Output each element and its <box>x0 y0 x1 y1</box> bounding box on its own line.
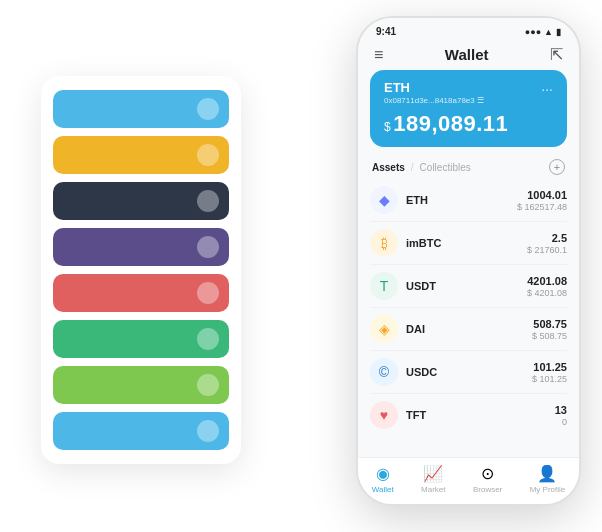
asset-row[interactable]: ♥ TFT 13 0 <box>370 394 567 436</box>
asset-icon-tft: ♥ <box>370 401 398 429</box>
browser-label: Browser <box>473 485 502 494</box>
asset-name: TFT <box>406 409 555 421</box>
asset-amount: 1004.01 <box>517 189 567 201</box>
asset-row[interactable]: ◆ ETH 1004.01 $ 162517.48 <box>370 179 567 222</box>
stack-card-1[interactable] <box>53 90 229 128</box>
asset-values: 508.75 $ 508.75 <box>532 318 567 341</box>
asset-usd: 0 <box>555 417 567 427</box>
asset-usd: $ 162517.48 <box>517 202 567 212</box>
hero-coin-name: ETH <box>384 80 484 95</box>
asset-usd: $ 508.75 <box>532 331 567 341</box>
asset-usd: $ 21760.1 <box>527 245 567 255</box>
wallet-label: Wallet <box>372 485 394 494</box>
status-time: 9:41 <box>376 26 396 37</box>
stack-card-4[interactable] <box>53 228 229 266</box>
asset-amount: 508.75 <box>532 318 567 330</box>
signal-icon: ●●● <box>525 27 541 37</box>
tab-collectibles[interactable]: Collectibles <box>420 162 471 173</box>
market-label: Market <box>421 485 445 494</box>
asset-name: imBTC <box>406 237 527 249</box>
assets-tabs: Assets / Collectibles <box>372 162 471 173</box>
my_profile-icon: 👤 <box>537 464 557 483</box>
asset-icon-imbtc: ₿ <box>370 229 398 257</box>
hero-address: 0x08711d3e...8418a78e3 ☰ <box>384 96 484 105</box>
tab-bar: ◉ Wallet 📈 Market ⊙ Browser 👤 My Profile <box>358 457 579 504</box>
asset-name: USDC <box>406 366 532 378</box>
wallet-icon: ◉ <box>376 464 390 483</box>
asset-icon-usdc: © <box>370 358 398 386</box>
battery-icon: ▮ <box>556 27 561 37</box>
card-stack <box>41 76 241 464</box>
asset-name: ETH <box>406 194 517 206</box>
asset-values: 13 0 <box>555 404 567 427</box>
asset-name: DAI <box>406 323 532 335</box>
tab-wallet[interactable]: ◉ Wallet <box>372 464 394 494</box>
add-asset-button[interactable]: + <box>549 159 565 175</box>
stack-card-3[interactable] <box>53 182 229 220</box>
status-icons: ●●● ▲ ▮ <box>525 27 561 37</box>
expand-icon[interactable]: ⇱ <box>550 45 563 64</box>
asset-icon-usdt: T <box>370 272 398 300</box>
tab-my_profile[interactable]: 👤 My Profile <box>530 464 566 494</box>
stack-card-5[interactable] <box>53 274 229 312</box>
wifi-icon: ▲ <box>544 27 553 37</box>
asset-values: 101.25 $ 101.25 <box>532 361 567 384</box>
asset-values: 4201.08 $ 4201.08 <box>527 275 567 298</box>
asset-amount: 13 <box>555 404 567 416</box>
asset-row[interactable]: ₿ imBTC 2.5 $ 21760.1 <box>370 222 567 265</box>
tab-market[interactable]: 📈 Market <box>421 464 445 494</box>
stack-card-7[interactable] <box>53 366 229 404</box>
nav-bar: ≡ Wallet ⇱ <box>358 41 579 70</box>
hero-dots[interactable]: ... <box>541 78 553 94</box>
asset-row[interactable]: © USDC 101.25 $ 101.25 <box>370 351 567 394</box>
asset-row[interactable]: T USDT 4201.08 $ 4201.08 <box>370 265 567 308</box>
hero-balance: $189,089.11 <box>384 111 553 137</box>
stack-card-6[interactable] <box>53 320 229 358</box>
tab-separator: / <box>411 162 414 173</box>
hero-card[interactable]: ETH 0x08711d3e...8418a78e3 ☰ ... $189,08… <box>370 70 567 147</box>
phone-shell: 9:41 ●●● ▲ ▮ ≡ Wallet ⇱ ETH 0x08711d3e..… <box>356 16 581 506</box>
asset-values: 2.5 $ 21760.1 <box>527 232 567 255</box>
asset-icon-dai: ◈ <box>370 315 398 343</box>
market-icon: 📈 <box>423 464 443 483</box>
asset-amount: 2.5 <box>527 232 567 244</box>
tab-assets[interactable]: Assets <box>372 162 405 173</box>
asset-values: 1004.01 $ 162517.48 <box>517 189 567 212</box>
assets-header: Assets / Collectibles + <box>358 155 579 179</box>
tab-browser[interactable]: ⊙ Browser <box>473 464 502 494</box>
status-bar: 9:41 ●●● ▲ ▮ <box>358 18 579 41</box>
page-title: Wallet <box>445 46 489 63</box>
asset-name: USDT <box>406 280 527 292</box>
app-scene: 9:41 ●●● ▲ ▮ ≡ Wallet ⇱ ETH 0x08711d3e..… <box>21 16 581 516</box>
browser-icon: ⊙ <box>481 464 494 483</box>
stack-card-2[interactable] <box>53 136 229 174</box>
hero-currency-symbol: $ <box>384 120 391 134</box>
asset-amount: 101.25 <box>532 361 567 373</box>
asset-list: ◆ ETH 1004.01 $ 162517.48 ₿ imBTC 2.5 $ … <box>358 179 579 457</box>
asset-icon-eth: ◆ <box>370 186 398 214</box>
menu-icon[interactable]: ≡ <box>374 46 383 64</box>
asset-usd: $ 4201.08 <box>527 288 567 298</box>
asset-row[interactable]: ◈ DAI 508.75 $ 508.75 <box>370 308 567 351</box>
asset-usd: $ 101.25 <box>532 374 567 384</box>
my_profile-label: My Profile <box>530 485 566 494</box>
asset-amount: 4201.08 <box>527 275 567 287</box>
stack-card-8[interactable] <box>53 412 229 450</box>
